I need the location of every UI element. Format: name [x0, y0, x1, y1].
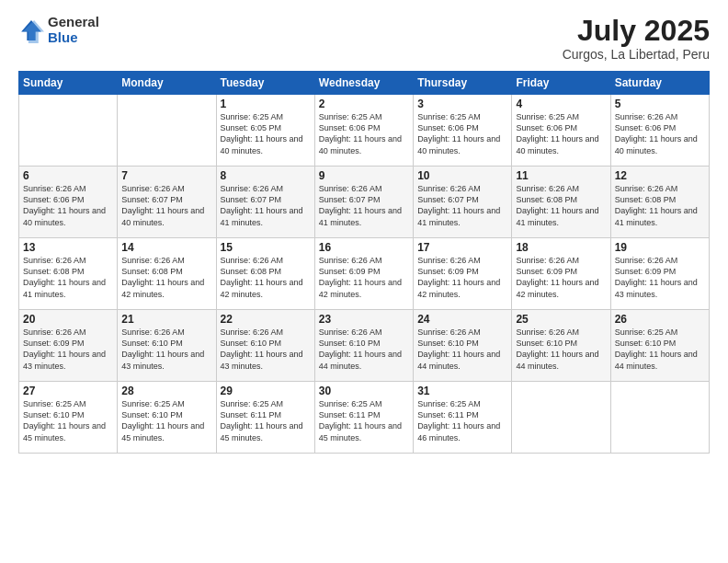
calendar-cell: 10Sunrise: 6:26 AM Sunset: 6:07 PM Dayli…	[414, 167, 512, 238]
day-info: Sunrise: 6:26 AM Sunset: 6:08 PM Dayligh…	[121, 255, 211, 300]
day-info: Sunrise: 6:26 AM Sunset: 6:07 PM Dayligh…	[221, 183, 311, 228]
day-number: 7	[121, 169, 211, 182]
day-info: Sunrise: 6:26 AM Sunset: 6:06 PM Dayligh…	[23, 183, 113, 228]
calendar-cell: 24Sunrise: 6:26 AM Sunset: 6:10 PM Dayli…	[414, 310, 512, 382]
calendar-cell: 22Sunrise: 6:26 AM Sunset: 6:10 PM Dayli…	[216, 310, 314, 382]
day-number: 15	[221, 241, 311, 254]
calendar-week-row: 6Sunrise: 6:26 AM Sunset: 6:06 PM Daylig…	[19, 167, 710, 238]
title-block: July 2025 Curgos, La Libertad, Peru	[563, 15, 710, 62]
day-number: 8	[221, 169, 311, 182]
day-info: Sunrise: 6:26 AM Sunset: 6:09 PM Dayligh…	[417, 255, 507, 300]
calendar-cell	[610, 382, 709, 454]
day-info: Sunrise: 6:26 AM Sunset: 6:10 PM Dayligh…	[121, 327, 211, 372]
day-number: 13	[23, 241, 113, 254]
title-location: Curgos, La Libertad, Peru	[563, 47, 710, 62]
day-info: Sunrise: 6:26 AM Sunset: 6:07 PM Dayligh…	[319, 183, 409, 228]
calendar-cell	[512, 382, 610, 454]
day-number: 21	[121, 313, 211, 326]
day-number: 24	[417, 313, 507, 326]
logo-text: General Blue	[48, 15, 99, 45]
calendar-cell: 7Sunrise: 6:26 AM Sunset: 6:07 PM Daylig…	[118, 167, 216, 238]
calendar-week-row: 13Sunrise: 6:26 AM Sunset: 6:08 PM Dayli…	[19, 238, 710, 310]
calendar-cell: 12Sunrise: 6:26 AM Sunset: 6:08 PM Dayli…	[610, 167, 709, 238]
day-info: Sunrise: 6:25 AM Sunset: 6:06 PM Dayligh…	[319, 111, 409, 156]
day-number: 12	[615, 169, 705, 182]
calendar-cell: 4Sunrise: 6:25 AM Sunset: 6:06 PM Daylig…	[512, 95, 610, 167]
calendar-cell: 17Sunrise: 6:26 AM Sunset: 6:09 PM Dayli…	[414, 238, 512, 310]
day-number: 6	[23, 169, 113, 182]
calendar-header-friday: Friday	[512, 72, 610, 95]
day-number: 26	[615, 313, 705, 326]
calendar-cell: 16Sunrise: 6:26 AM Sunset: 6:09 PM Dayli…	[314, 238, 413, 310]
calendar-cell: 5Sunrise: 6:26 AM Sunset: 6:06 PM Daylig…	[610, 95, 709, 167]
day-info: Sunrise: 6:26 AM Sunset: 6:09 PM Dayligh…	[23, 327, 113, 372]
day-number: 28	[121, 385, 211, 397]
calendar-header-thursday: Thursday	[414, 72, 512, 95]
day-number: 10	[417, 169, 507, 182]
calendar-cell: 20Sunrise: 6:26 AM Sunset: 6:09 PM Dayli…	[19, 310, 118, 382]
logo-blue-text: Blue	[48, 30, 99, 46]
day-info: Sunrise: 6:26 AM Sunset: 6:09 PM Dayligh…	[319, 255, 409, 300]
day-info: Sunrise: 6:26 AM Sunset: 6:10 PM Dayligh…	[516, 327, 606, 372]
day-info: Sunrise: 6:25 AM Sunset: 6:06 PM Dayligh…	[417, 111, 507, 156]
logo: General Blue	[18, 15, 99, 45]
calendar-cell: 9Sunrise: 6:26 AM Sunset: 6:07 PM Daylig…	[314, 167, 413, 238]
day-number: 17	[417, 241, 507, 254]
calendar-cell: 11Sunrise: 6:26 AM Sunset: 6:08 PM Dayli…	[512, 167, 610, 238]
calendar-header-sunday: Sunday	[19, 72, 118, 95]
day-info: Sunrise: 6:25 AM Sunset: 6:05 PM Dayligh…	[221, 111, 311, 156]
day-number: 4	[516, 98, 606, 110]
day-info: Sunrise: 6:26 AM Sunset: 6:09 PM Dayligh…	[516, 255, 606, 300]
title-month: July 2025	[563, 15, 710, 47]
day-info: Sunrise: 6:26 AM Sunset: 6:10 PM Dayligh…	[417, 327, 507, 372]
day-info: Sunrise: 6:26 AM Sunset: 6:08 PM Dayligh…	[23, 255, 113, 300]
calendar-cell: 21Sunrise: 6:26 AM Sunset: 6:10 PM Dayli…	[118, 310, 216, 382]
day-number: 16	[319, 241, 409, 254]
day-info: Sunrise: 6:25 AM Sunset: 6:06 PM Dayligh…	[516, 111, 606, 156]
calendar-cell: 2Sunrise: 6:25 AM Sunset: 6:06 PM Daylig…	[314, 95, 413, 167]
calendar-header-wednesday: Wednesday	[314, 72, 413, 95]
day-info: Sunrise: 6:26 AM Sunset: 6:06 PM Dayligh…	[615, 111, 705, 156]
day-number: 5	[615, 98, 705, 110]
day-number: 1	[221, 98, 311, 110]
calendar-header-row: SundayMondayTuesdayWednesdayThursdayFrid…	[19, 72, 710, 95]
day-info: Sunrise: 6:26 AM Sunset: 6:10 PM Dayligh…	[221, 327, 311, 372]
day-number: 2	[319, 98, 409, 110]
calendar-cell: 23Sunrise: 6:26 AM Sunset: 6:10 PM Dayli…	[314, 310, 413, 382]
day-info: Sunrise: 6:25 AM Sunset: 6:11 PM Dayligh…	[319, 398, 409, 443]
day-number: 30	[319, 385, 409, 397]
day-number: 14	[121, 241, 211, 254]
calendar-week-row: 27Sunrise: 6:25 AM Sunset: 6:10 PM Dayli…	[19, 382, 710, 454]
calendar-header-monday: Monday	[118, 72, 216, 95]
calendar-cell: 3Sunrise: 6:25 AM Sunset: 6:06 PM Daylig…	[414, 95, 512, 167]
svg-marker-1	[23, 20, 44, 43]
day-info: Sunrise: 6:26 AM Sunset: 6:08 PM Dayligh…	[516, 183, 606, 228]
calendar-header-tuesday: Tuesday	[216, 72, 314, 95]
day-number: 27	[23, 385, 113, 397]
calendar-cell	[118, 95, 216, 167]
day-info: Sunrise: 6:25 AM Sunset: 6:10 PM Dayligh…	[121, 398, 211, 443]
day-number: 3	[417, 98, 507, 110]
calendar-cell: 29Sunrise: 6:25 AM Sunset: 6:11 PM Dayli…	[216, 382, 314, 454]
calendar-cell: 18Sunrise: 6:26 AM Sunset: 6:09 PM Dayli…	[512, 238, 610, 310]
calendar-cell: 27Sunrise: 6:25 AM Sunset: 6:10 PM Dayli…	[19, 382, 118, 454]
calendar-week-row: 20Sunrise: 6:26 AM Sunset: 6:09 PM Dayli…	[19, 310, 710, 382]
calendar-cell: 26Sunrise: 6:25 AM Sunset: 6:10 PM Dayli…	[610, 310, 709, 382]
day-number: 22	[221, 313, 311, 326]
day-info: Sunrise: 6:26 AM Sunset: 6:08 PM Dayligh…	[221, 255, 311, 300]
day-info: Sunrise: 6:26 AM Sunset: 6:07 PM Dayligh…	[417, 183, 507, 228]
day-info: Sunrise: 6:26 AM Sunset: 6:10 PM Dayligh…	[319, 327, 409, 372]
day-info: Sunrise: 6:26 AM Sunset: 6:07 PM Dayligh…	[121, 183, 211, 228]
calendar-cell: 1Sunrise: 6:25 AM Sunset: 6:05 PM Daylig…	[216, 95, 314, 167]
day-info: Sunrise: 6:25 AM Sunset: 6:10 PM Dayligh…	[615, 327, 705, 372]
day-info: Sunrise: 6:25 AM Sunset: 6:10 PM Dayligh…	[23, 398, 113, 443]
logo-icon	[18, 17, 44, 43]
day-number: 9	[319, 169, 409, 182]
day-info: Sunrise: 6:25 AM Sunset: 6:11 PM Dayligh…	[417, 398, 507, 443]
calendar-cell: 8Sunrise: 6:26 AM Sunset: 6:07 PM Daylig…	[216, 167, 314, 238]
calendar-cell: 6Sunrise: 6:26 AM Sunset: 6:06 PM Daylig…	[19, 167, 118, 238]
calendar-cell: 25Sunrise: 6:26 AM Sunset: 6:10 PM Dayli…	[512, 310, 610, 382]
calendar-cell: 13Sunrise: 6:26 AM Sunset: 6:08 PM Dayli…	[19, 238, 118, 310]
calendar-table: SundayMondayTuesdayWednesdayThursdayFrid…	[18, 71, 710, 454]
calendar-cell: 30Sunrise: 6:25 AM Sunset: 6:11 PM Dayli…	[314, 382, 413, 454]
